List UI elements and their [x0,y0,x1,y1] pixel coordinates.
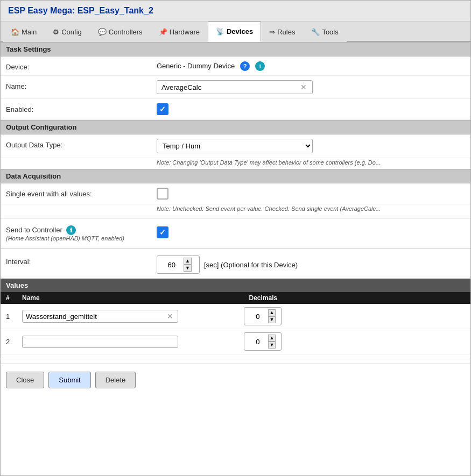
nav-label-config: Config [61,28,82,36]
value-row-2: 2 ▲ ▼ [1,329,470,354]
separator-1 [1,248,470,249]
col-decimals: Decimals [244,294,466,302]
info-icon[interactable]: i [255,61,265,71]
value-row-1: 1 ✕ ▲ ▼ [1,304,470,329]
single-event-checkbox[interactable] [157,188,168,200]
send-controller-info-icon[interactable]: ℹ [66,225,76,235]
value-decimals-input-2-container: ▲ ▼ [244,332,282,351]
output-data-type-label: Output Data Type: [6,139,157,149]
footer-buttons: Close Submit Delete [1,364,470,396]
decimals-2-down-button[interactable]: ▼ [268,342,276,349]
nav-item-rules[interactable]: ⇒ Rules [261,22,303,42]
output-data-type-row: Output Data Type: Temp / Hum Single Dual [1,134,470,158]
nav-item-devices[interactable]: 📡 Devices [208,22,261,42]
values-table-header: # Name Decimals [1,292,470,304]
values-section-header: Values [1,279,470,292]
single-event-control [157,188,465,200]
interval-label: Interval: [6,255,157,266]
nav-item-tools[interactable]: 🔧 Tools [303,22,346,42]
question-icon[interactable]: ? [240,61,250,71]
col-hash: # [6,294,22,302]
output-note: Note: Changing 'Output Data Type' may af… [1,158,470,169]
value-name-2-wrapper [22,336,244,348]
hardware-icon: 📌 [159,28,167,36]
value-decimals-input-2[interactable] [247,338,268,346]
col-name: Name [22,294,244,302]
separator-2 [1,359,470,359]
decimals-2-spinner: ▲ ▼ [268,335,276,349]
send-controller-row: Send to Controller ℹ (Home Assistant (op… [1,218,470,246]
main-icon: 🏠 [11,28,19,36]
decimals-2-up-button[interactable]: ▲ [268,335,276,342]
task-settings-header: Task Settings [1,42,470,56]
value-decimals-input-1-container: ▲ ▼ [244,307,282,325]
decimals-1-up-button[interactable]: ▲ [268,309,276,316]
nav-item-main[interactable]: 🏠 Main [3,22,45,42]
nav-label-tools: Tools [322,28,338,36]
nav-label-devices: Devices [227,27,253,35]
nav-item-hardware[interactable]: 📌 Hardware [151,22,208,42]
single-event-row: Single event with all values: [1,183,470,204]
devices-icon: 📡 [216,27,224,35]
rules-icon: ⇒ [269,28,275,36]
nav-label-rules: Rules [277,28,295,36]
nav-item-config[interactable]: ⚙ Config [45,22,90,42]
nav-label-main: Main [22,28,37,36]
output-data-type-control: Temp / Hum Single Dual [157,139,465,153]
interval-down-button[interactable]: ▼ [184,265,192,272]
tools-icon: 🔧 [311,28,320,36]
window-title: ESP Easy Mega: ESP_Easy_Tank_2 [8,6,153,15]
interval-unit: [sec] (Optional for this Device) [204,261,298,269]
single-event-note: Note: Unchecked: Send event per value. C… [1,204,470,218]
submit-button[interactable]: Submit [48,372,90,388]
value-name-clear-1[interactable]: ✕ [166,312,174,321]
value-decimals-input-1[interactable] [247,312,268,321]
main-content: Task Settings Device: Generic - Dummy De… [1,42,470,396]
device-value-text: Generic - Dummy Device [157,62,235,70]
delete-button[interactable]: Delete [95,372,136,388]
name-clear-button[interactable]: ✕ [299,83,308,91]
name-label: Name: [6,80,157,90]
single-event-label: Single event with all values: [6,188,157,198]
title-bar: ESP Easy Mega: ESP_Easy_Tank_2 [1,1,470,22]
send-controller-sub-label: (Home Assistant (openHAB) MQTT, enabled) [6,235,157,241]
device-label: Device: [6,61,157,71]
enabled-control [157,103,465,115]
name-input-wrapper: ✕ [157,80,313,94]
name-row: Name: ✕ [1,76,470,99]
device-row: Device: Generic - Dummy Device ? i [1,56,470,76]
interval-input[interactable] [159,261,184,269]
value-name-input-1-container: ✕ [22,310,178,323]
value-name-input-2[interactable] [26,338,174,346]
interval-control: ▲ ▼ [sec] (Optional for this Device) [157,255,465,274]
value-name-input-1[interactable] [26,312,166,321]
value-num-1: 1 [6,312,22,321]
value-decimals-2-wrapper: ▲ ▼ [244,332,466,351]
decimals-1-down-button[interactable]: ▼ [268,316,276,323]
value-name-1-wrapper: ✕ [22,310,244,323]
send-controller-checkbox[interactable] [157,226,168,238]
data-acquisition-header: Data Acquisition [1,169,470,183]
interval-spinner: ▲ ▼ [184,258,192,272]
close-button[interactable]: Close [6,372,44,388]
enabled-checkbox[interactable] [157,103,168,115]
name-control: ✕ [157,80,465,94]
enabled-label: Enabled: [6,103,157,113]
value-name-input-2-container [22,336,178,348]
enabled-row: Enabled: [1,99,470,120]
config-icon: ⚙ [53,28,59,36]
interval-up-button[interactable]: ▲ [184,258,192,265]
value-decimals-1-wrapper: ▲ ▼ [244,307,466,325]
nav-label-hardware: Hardware [170,28,200,36]
interval-input-wrapper: ▲ ▼ [157,255,200,274]
send-controller-main-label: Send to Controller ℹ [6,225,157,235]
app-window: ESP Easy Mega: ESP_Easy_Tank_2 🏠 Main ⚙ … [0,0,471,476]
interval-row: Interval: ▲ ▼ [sec] (Optional for this D… [1,251,470,279]
output-data-type-select[interactable]: Temp / Hum Single Dual [157,139,313,153]
send-controller-control [157,226,465,238]
send-controller-label-container: Send to Controller ℹ (Home Assistant (op… [6,223,157,241]
device-value-container: Generic - Dummy Device ? i [157,61,265,71]
nav-item-controllers[interactable]: 💬 Controllers [90,22,151,42]
name-input[interactable] [161,83,299,91]
value-num-2: 2 [6,338,22,346]
